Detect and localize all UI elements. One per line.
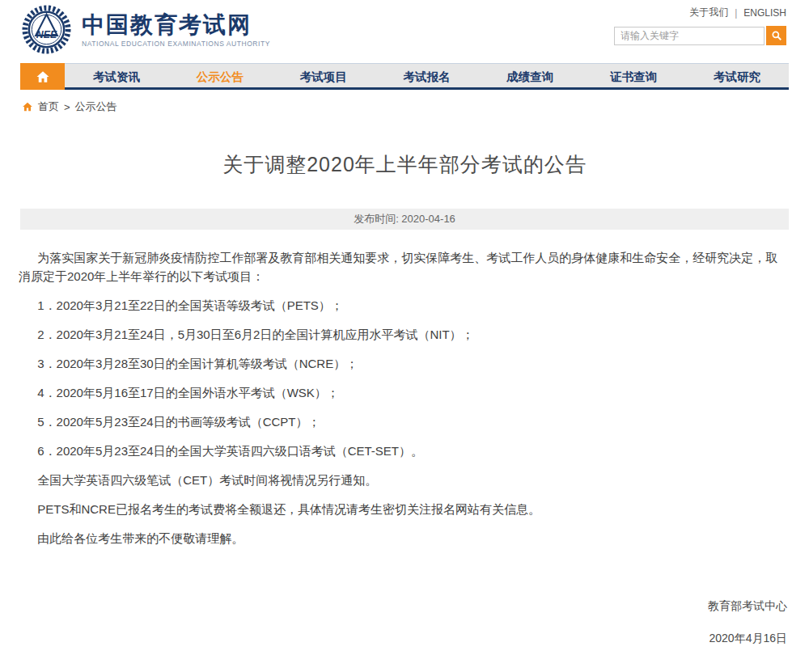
- breadcrumb: 首页 > 公示公告: [22, 99, 789, 114]
- nav-item-exam-programs[interactable]: 考试项目: [272, 64, 375, 87]
- article-paragraph: 全国大学英语四六级笔试（CET）考试时间将视情况另行通知。: [19, 471, 787, 489]
- nav-item-exam-registration[interactable]: 考试报名: [375, 64, 479, 87]
- nee-emblem-icon: NEE: [21, 4, 72, 55]
- search-input[interactable]: [614, 27, 765, 45]
- article-body: 为落实国家关于新冠肺炎疫情防控工作部署及教育部相关通知要求，切实保障考生、考试工…: [19, 248, 787, 547]
- nav-item-score-query[interactable]: 成绩查询: [478, 64, 582, 87]
- article-paragraph: 6．2020年5月23至24日的全国大学英语四六级口语考试（CET-SET）。: [19, 442, 787, 460]
- site-logo[interactable]: NEE 中国教育考试网 NATIONAL EDUCATION EXAMINATI…: [21, 4, 270, 55]
- top-utility-links: 关于我们 | ENGLISH: [689, 6, 786, 19]
- page-title: 关于调整2020年上半年部分考试的公告: [32, 151, 777, 178]
- nav-item-exam-research[interactable]: 考试研究: [685, 64, 789, 87]
- home-icon: [36, 70, 50, 84]
- article-paragraph: 1．2020年3月21至22日的全国英语等级考试（PETS）；: [19, 296, 787, 315]
- top-links-divider: |: [735, 7, 737, 19]
- site-name: 中国教育考试网: [82, 12, 270, 38]
- nav-items: 考试资讯 公示公告 考试项目 考试报名 成绩查询 证书查询 考试研究: [65, 64, 789, 87]
- search-bar: [614, 26, 786, 45]
- article-signature: 教育部考试中心 2020年4月16日: [0, 598, 787, 646]
- nav-item-announcements[interactable]: 公示公告: [168, 64, 272, 87]
- nav-home-button[interactable]: [20, 63, 65, 90]
- signature-org: 教育部考试中心: [0, 598, 787, 614]
- breadcrumb-home-link[interactable]: 首页: [38, 99, 59, 114]
- article-paragraph: 为落实国家关于新冠肺炎疫情防控工作部署及教育部相关通知要求，切实保障考生、考试工…: [19, 248, 787, 285]
- search-button[interactable]: [766, 26, 786, 45]
- article-paragraph: 4．2020年5月16至17日的全国外语水平考试（WSK）；: [19, 383, 787, 402]
- nav-item-certificate-query[interactable]: 证书查询: [582, 64, 685, 87]
- about-us-link[interactable]: 关于我们: [689, 6, 728, 19]
- article-paragraph: 2．2020年3月21至24日，5月30日至6月2日的全国计算机应用水平考试（N…: [19, 325, 787, 344]
- breadcrumb-home-icon: [22, 101, 33, 112]
- publish-date-bar: 发布时间: 2020-04-16: [20, 209, 789, 230]
- breadcrumb-current: 公示公告: [75, 99, 117, 114]
- breadcrumb-separator: >: [64, 101, 70, 113]
- english-link[interactable]: ENGLISH: [743, 7, 786, 19]
- signature-date: 2020年4月16日: [0, 630, 787, 646]
- article-paragraph: 5．2020年5月23至24日的书画等级考试（CCPT）；: [19, 412, 787, 431]
- logo-letters: NEE: [36, 29, 57, 40]
- site-subtitle: NATIONAL EDUCATION EXAMINATIONS AUTHORIT…: [82, 40, 270, 48]
- nav-item-exam-news[interactable]: 考试资讯: [65, 64, 168, 87]
- search-icon: [771, 30, 782, 41]
- article-paragraph: 3．2020年3月28至30日的全国计算机等级考试（NCRE）；: [19, 354, 787, 373]
- article-paragraph: 由此给各位考生带来的不便敬请理解。: [19, 529, 787, 547]
- article-paragraph: PETS和NCRE已报名考生的考试费将全额退还，具体情况请考生密切关注报名网站有…: [19, 500, 787, 518]
- main-navigation: 考试资讯 公示公告 考试项目 考试报名 成绩查询 证书查询 考试研究: [20, 63, 789, 90]
- site-header: NEE 中国教育考试网 NATIONAL EDUCATION EXAMINATI…: [0, 0, 809, 63]
